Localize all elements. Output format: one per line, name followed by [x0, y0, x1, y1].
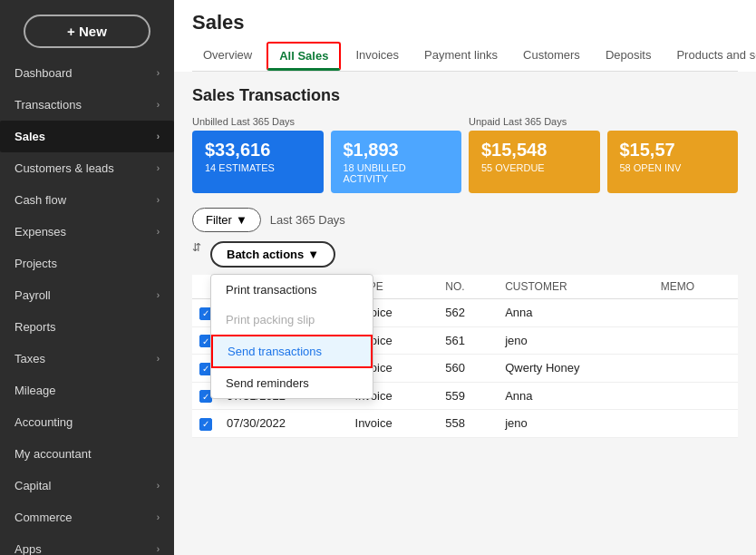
sidebar-item-label: Apps	[15, 542, 42, 555]
page-title: Sales	[192, 11, 738, 34]
cell-no: 562	[438, 299, 498, 327]
stat-sub: 55 OVERDUE	[481, 162, 587, 173]
section-title: Sales Transactions	[192, 86, 738, 105]
table-row: ✓07/30/2022Invoice558jeno	[192, 410, 738, 438]
tab-payment-links[interactable]: Payment links	[413, 43, 509, 70]
batch-chevron-icon: ▼	[307, 248, 319, 261]
column-header-5: MEMO	[654, 275, 738, 299]
sidebar-item-label: My accountant	[15, 447, 92, 461]
sidebar-item-label: Dashboard	[15, 66, 73, 80]
sidebar-item-cash-flow[interactable]: Cash flow›	[0, 184, 174, 216]
sidebar-item-label: Cash flow	[15, 193, 66, 207]
stat-amount: $15,548	[481, 140, 587, 161]
column-header-4: CUSTOMER	[498, 275, 654, 299]
stats-row: $33,616 14 ESTIMATES$1,893 18 UNBILLED A…	[192, 131, 738, 193]
sidebar-item-commerce[interactable]: Commerce›	[0, 501, 174, 533]
stat-amount: $33,616	[205, 140, 311, 161]
chevron-right-icon: ›	[157, 131, 160, 141]
cell-memo	[654, 326, 738, 355]
chevron-right-icon: ›	[157, 544, 160, 554]
filter-label: Filter	[206, 213, 232, 227]
cell-no: 560	[438, 355, 498, 383]
sidebar-item-payroll[interactable]: Payroll›	[0, 279, 174, 311]
cell-memo	[654, 382, 738, 410]
sidebar-item-label: Projects	[15, 257, 57, 270]
cell-no: 561	[438, 326, 498, 355]
new-button[interactable]: + New	[24, 15, 150, 48]
tab-customers[interactable]: Customers	[512, 43, 591, 70]
chevron-right-icon: ›	[157, 512, 160, 522]
stats-labels-row: Unbilled Last 365 Days Unpaid Last 365 D…	[192, 116, 738, 127]
sidebar-item-capital[interactable]: Capital›	[0, 470, 174, 501]
cell-no: 558	[438, 410, 498, 438]
chevron-right-icon: ›	[157, 481, 160, 491]
sidebar-item-projects[interactable]: Projects	[0, 248, 174, 279]
batch-actions-label: Batch actions	[227, 248, 304, 261]
chevron-right-icon: ›	[157, 290, 160, 300]
stat-card-1[interactable]: $1,893 18 UNBILLED ACTIVITY	[331, 131, 462, 193]
batch-dropdown-item-1[interactable]: Print packing slip	[211, 305, 373, 335]
cell-type: Invoice	[348, 410, 439, 438]
sidebar-item-label: Expenses	[15, 225, 66, 239]
cell-customer: Qwerty Honey	[498, 355, 654, 383]
sort-icon[interactable]: ⇵	[192, 241, 201, 254]
sidebar-item-apps[interactable]: Apps›	[0, 533, 174, 555]
stat-card-3[interactable]: $15,57 58 OPEN INV	[607, 131, 739, 193]
sidebar: + New Dashboard›Transactions›Sales›Custo…	[0, 0, 174, 555]
sidebar-item-label: Sales	[15, 130, 45, 143]
filter-button[interactable]: Filter ▼	[192, 208, 261, 232]
sidebar-item-sales[interactable]: Sales›	[0, 121, 174, 152]
chevron-right-icon: ›	[157, 354, 160, 364]
batch-actions-button[interactable]: Batch actions ▼	[210, 241, 335, 268]
tab-all-sales[interactable]: All Sales	[267, 42, 341, 71]
sidebar-item-dashboard[interactable]: Dashboard›	[0, 57, 174, 89]
sidebar-item-label: Accounting	[15, 415, 73, 429]
sidebar-item-customers---leads[interactable]: Customers & leads›	[0, 152, 174, 184]
stat-sub: 58 OPEN INV	[620, 162, 726, 173]
cell-no: 559	[438, 382, 498, 410]
sidebar-item-expenses[interactable]: Expenses›	[0, 216, 174, 248]
main-header: Sales OverviewAll SalesInvoicesPayment l…	[174, 0, 756, 72]
tab-overview[interactable]: Overview	[192, 43, 263, 70]
chevron-right-icon: ›	[157, 68, 160, 78]
sidebar-item-label: Taxes	[15, 352, 45, 365]
sidebar-item-accounting[interactable]: Accounting	[0, 406, 174, 438]
main-content: Sales OverviewAll SalesInvoicesPayment l…	[174, 0, 756, 555]
stat-amount: $1,893	[344, 140, 450, 161]
stat-amount: $15,57	[620, 140, 726, 161]
sidebar-item-transactions[interactable]: Transactions›	[0, 89, 174, 121]
stat-card-0[interactable]: $33,616 14 ESTIMATES	[192, 131, 324, 193]
batch-dropdown-item-3[interactable]: Send reminders	[211, 368, 373, 398]
sidebar-item-taxes[interactable]: Taxes›	[0, 343, 174, 375]
stat-sub: 14 ESTIMATES	[205, 162, 311, 173]
tab-deposits[interactable]: Deposits	[595, 43, 663, 70]
unpaid-label: Unpaid Last 365 Days	[469, 116, 738, 127]
row-checkbox-4[interactable]: ✓	[192, 410, 219, 438]
sidebar-item-label: Customers & leads	[15, 161, 114, 175]
tab-invoices[interactable]: Invoices	[344, 43, 410, 70]
cell-memo	[654, 299, 738, 327]
tab-products-and-se[interactable]: Products and se	[665, 43, 756, 70]
chevron-right-icon: ›	[157, 195, 160, 205]
stat-sub: 18 UNBILLED ACTIVITY	[344, 162, 450, 184]
cell-customer: Anna	[498, 382, 654, 410]
cell-date: 07/30/2022	[219, 410, 348, 438]
nav-tabs-row: OverviewAll SalesInvoicesPayment linksCu…	[192, 42, 738, 72]
sidebar-item-reports[interactable]: Reports	[0, 311, 174, 343]
batch-dropdown-item-0[interactable]: Print transactions	[211, 275, 373, 305]
cell-customer: Anna	[498, 299, 654, 327]
checked-icon: ✓	[199, 418, 212, 431]
stat-card-2[interactable]: $15,548 55 OVERDUE	[469, 131, 600, 193]
batch-dropdown-item-2[interactable]: Send transactions	[211, 335, 373, 368]
cell-customer: jeno	[498, 410, 654, 438]
chevron-right-icon: ›	[157, 100, 160, 110]
filter-row: Filter ▼ Last 365 Days	[192, 208, 738, 232]
sidebar-item-label: Reports	[15, 320, 56, 334]
sidebar-item-label: Payroll	[15, 288, 51, 302]
sidebar-item-my-accountant[interactable]: My accountant	[0, 438, 174, 470]
sidebar-item-mileage[interactable]: Mileage	[0, 375, 174, 406]
batch-dropdown-menu: Print transactionsPrint packing slipSend…	[210, 274, 373, 399]
sidebar-item-label: Mileage	[15, 384, 56, 397]
filter-chevron-icon: ▼	[236, 213, 247, 227]
sidebar-item-label: Commerce	[15, 511, 73, 524]
